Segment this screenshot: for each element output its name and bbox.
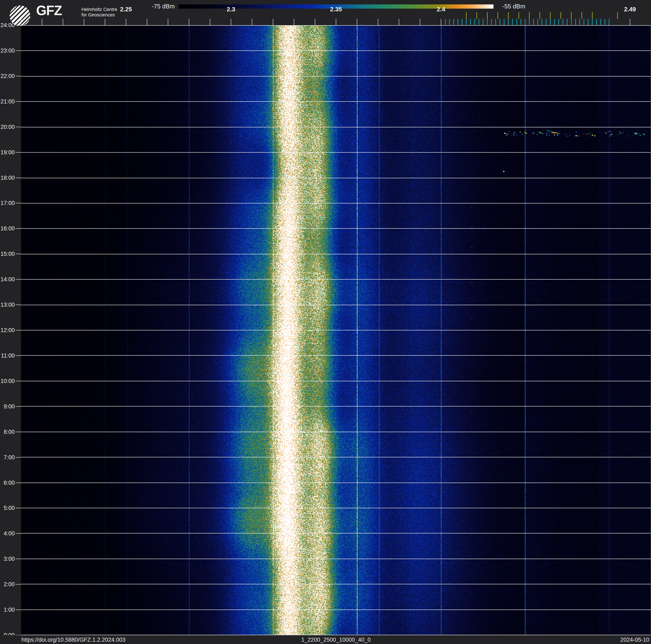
wifi-channel-tick <box>582 12 582 19</box>
bluetooth-channel-tick <box>462 19 462 25</box>
freq-minor-tick <box>336 19 336 25</box>
freq-minor-tick <box>126 19 126 25</box>
hour-label: 4:00 <box>0 530 15 536</box>
freq-minor-tick <box>21 19 21 25</box>
hour-tick <box>16 533 21 534</box>
freq-minor-tick <box>231 19 231 25</box>
bluetooth-channel-tick <box>487 19 488 25</box>
freq-minor-tick <box>147 19 147 25</box>
hour-tick <box>16 610 21 610</box>
wifi-channel-tick <box>476 12 477 19</box>
bluetooth-channel-tick <box>558 19 559 25</box>
hour-label: 14:00 <box>0 276 15 282</box>
freq-minor-tick <box>378 19 378 25</box>
freq-tick-label: 2.35 <box>321 6 351 12</box>
hour-label: 15:00 <box>0 251 15 257</box>
bluetooth-channel-tick <box>504 19 504 25</box>
hour-tick <box>16 584 21 585</box>
hour-tick <box>16 457 21 458</box>
hour-tick <box>16 25 21 25</box>
bluetooth-channel-tick <box>567 19 567 25</box>
hour-label: 2:00 <box>0 581 15 587</box>
gfz-logo-text: GFZ <box>36 4 62 17</box>
bluetooth-channel-tick <box>449 19 450 25</box>
hour-tick <box>16 508 21 508</box>
wifi-channel-tick <box>592 12 593 19</box>
freq-minor-tick <box>63 19 63 25</box>
bluetooth-channel-tick <box>579 19 580 25</box>
hour-label: 21:00 <box>0 98 15 105</box>
hour-label: 20:00 <box>0 124 15 130</box>
bluetooth-channel-tick <box>596 19 597 25</box>
bluetooth-channel-tick <box>575 19 576 25</box>
wifi-channel-tick <box>519 12 519 19</box>
hour-tick <box>16 279 21 280</box>
bluetooth-channel-tick <box>592 19 593 25</box>
freq-tick-label: 2.49 <box>615 6 645 12</box>
hour-label: 13:00 <box>0 302 15 308</box>
wifi-channel-tick <box>529 12 530 19</box>
wifi-channel-tick <box>508 12 508 19</box>
hour-label: 7:00 <box>0 455 15 460</box>
bluetooth-channel-tick <box>546 19 547 25</box>
bluetooth-channel-tick <box>478 19 479 25</box>
hour-tick <box>16 381 21 381</box>
freq-minor-tick <box>315 19 315 25</box>
bluetooth-channel-tick <box>508 19 508 25</box>
date-label: 2024-05-10 <box>620 637 649 643</box>
spectrogram-heatmap <box>21 25 651 635</box>
wifi-channel-tick <box>497 12 498 19</box>
freq-minor-tick <box>441 19 441 25</box>
hour-tick <box>16 406 21 407</box>
freq-minor-tick <box>357 19 357 25</box>
freq-tick-label: 2.3 <box>216 6 246 12</box>
freq-minor-tick <box>273 19 273 25</box>
hour-tick <box>16 76 21 76</box>
hour-tick <box>16 203 21 203</box>
hour-tick <box>16 51 21 51</box>
hour-label: 5:00 <box>0 505 15 511</box>
hour-label: 9:00 <box>0 404 15 409</box>
spectrogram-page: { "header": { "logo": { "abbrev": "GFZ",… <box>0 0 651 644</box>
bluetooth-channel-tick <box>525 19 525 25</box>
hour-tick <box>16 152 21 153</box>
hour-label: 1:00 <box>0 607 15 613</box>
hour-tick <box>16 330 21 330</box>
bluetooth-channel-tick <box>491 19 492 25</box>
bluetooth-channel-tick <box>454 19 454 25</box>
bluetooth-channel-tick <box>584 19 584 25</box>
bluetooth-channel-tick <box>563 19 563 25</box>
hour-tick <box>16 304 21 305</box>
wifi-channel-tick <box>487 12 488 19</box>
wifi-channel-tick <box>617 12 618 19</box>
bluetooth-channel-tick <box>458 19 458 25</box>
bluetooth-channel-tick <box>512 19 513 25</box>
footer-bar: https://doi.org/10.5880/GFZ.1.2.2024.003… <box>0 635 651 644</box>
hour-tick <box>16 127 21 127</box>
bluetooth-channel-tick <box>500 19 500 25</box>
bluetooth-channel-tick <box>609 19 610 25</box>
hour-label: 3:00 <box>0 556 15 562</box>
hour-tick <box>16 559 21 559</box>
freq-minor-tick <box>189 19 189 25</box>
hour-label: 8:00 <box>0 429 15 435</box>
hour-label: 19:00 <box>0 149 15 155</box>
bluetooth-channel-tick <box>517 19 517 25</box>
freq-tick-label: 2.25 <box>111 6 141 12</box>
hour-tick <box>16 482 21 483</box>
freq-minor-tick <box>105 19 105 25</box>
bluetooth-channel-tick <box>474 19 475 25</box>
bluetooth-channel-tick <box>588 19 588 25</box>
org-name-line2: for Geosciences <box>82 12 117 18</box>
hour-label: 10:00 <box>0 378 15 384</box>
hour-tick <box>16 355 21 356</box>
wifi-channel-tick <box>571 12 571 19</box>
bluetooth-channel-tick <box>495 19 496 25</box>
wifi-channel-tick <box>550 12 551 19</box>
freq-minor-tick <box>630 19 630 25</box>
hour-label: 16:00 <box>0 226 15 231</box>
hour-label: 18:00 <box>0 175 15 181</box>
hour-label: 11:00 <box>0 353 15 358</box>
hour-label: 17:00 <box>0 200 15 206</box>
freq-minor-tick <box>42 19 42 25</box>
